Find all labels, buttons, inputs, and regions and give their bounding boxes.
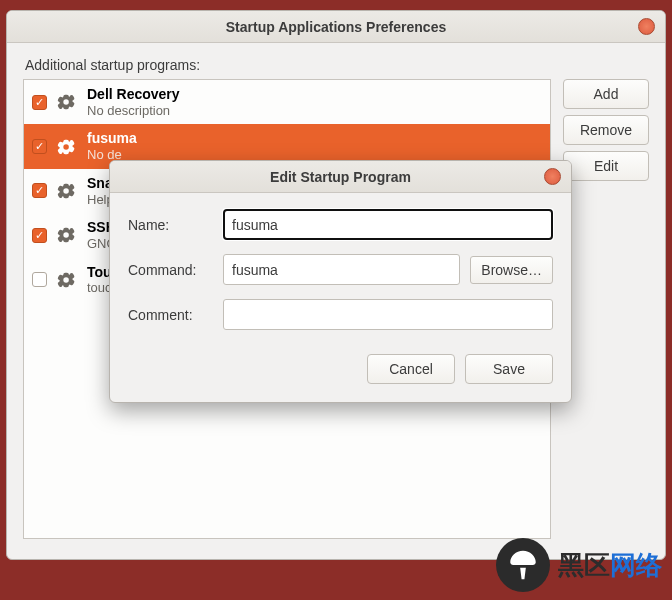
item-checkbox[interactable] <box>32 139 47 154</box>
edit-dialog: Edit Startup Program Name: Command: Brow… <box>109 160 572 403</box>
item-desc: No description <box>87 103 180 119</box>
item-checkbox[interactable] <box>32 272 47 287</box>
dialog-close-icon[interactable] <box>544 168 561 185</box>
edit-button[interactable]: Edit <box>563 151 649 181</box>
section-label: Additional startup programs: <box>25 57 665 73</box>
command-field[interactable] <box>223 254 460 285</box>
item-text: Dell RecoveryNo description <box>87 86 180 118</box>
name-field[interactable] <box>223 209 553 240</box>
item-checkbox[interactable] <box>32 228 47 243</box>
main-title: Startup Applications Preferences <box>226 19 446 35</box>
dialog-titlebar: Edit Startup Program <box>110 161 571 193</box>
remove-button[interactable]: Remove <box>563 115 649 145</box>
main-close-icon[interactable] <box>638 18 655 35</box>
gear-icon <box>55 90 79 114</box>
list-item[interactable]: Dell RecoveryNo description <box>24 80 550 124</box>
gear-icon <box>55 179 79 203</box>
cancel-button[interactable]: Cancel <box>367 354 455 384</box>
command-label: Command: <box>128 262 213 278</box>
add-button[interactable]: Add <box>563 79 649 109</box>
name-label: Name: <box>128 217 213 233</box>
form-area: Name: Command: Browse… Comment: <box>110 193 571 340</box>
main-titlebar: Startup Applications Preferences <box>7 11 665 43</box>
comment-field[interactable] <box>223 299 553 330</box>
dialog-title: Edit Startup Program <box>270 169 411 185</box>
item-title: fusuma <box>87 130 137 147</box>
item-title: Dell Recovery <box>87 86 180 103</box>
gear-icon <box>55 268 79 292</box>
save-button[interactable]: Save <box>465 354 553 384</box>
item-text: fusumaNo de <box>87 130 137 162</box>
item-checkbox[interactable] <box>32 95 47 110</box>
side-buttons: Add Remove Edit <box>563 79 649 539</box>
item-checkbox[interactable] <box>32 183 47 198</box>
gear-icon <box>55 223 79 247</box>
browse-button[interactable]: Browse… <box>470 256 553 284</box>
dialog-footer: Cancel Save <box>110 340 571 402</box>
gear-icon <box>55 135 79 159</box>
comment-label: Comment: <box>128 307 213 323</box>
